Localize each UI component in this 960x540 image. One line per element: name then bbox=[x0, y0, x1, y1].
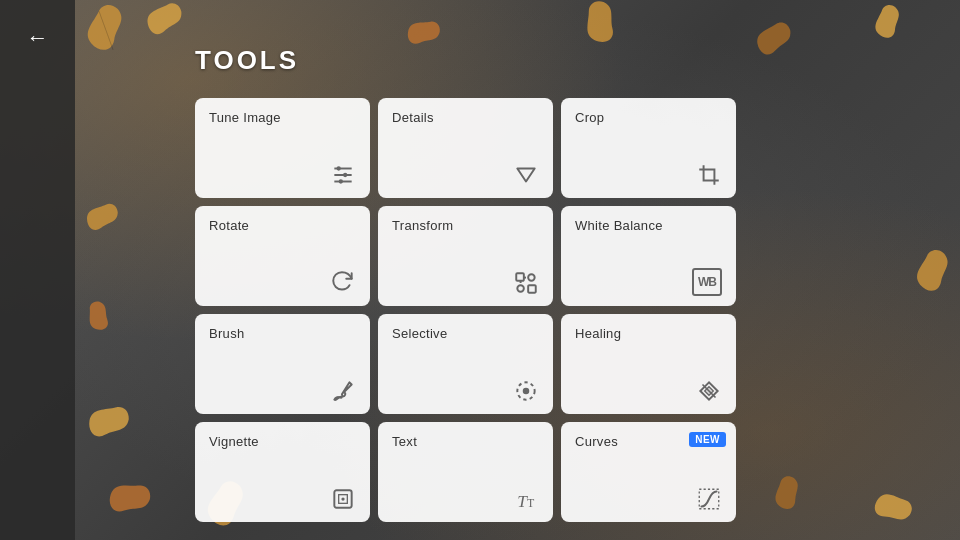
tool-name-details: Details bbox=[392, 110, 539, 125]
svg-point-20 bbox=[341, 497, 344, 500]
svg-point-4 bbox=[337, 166, 341, 170]
tool-name-crop: Crop bbox=[575, 110, 722, 125]
tool-name-tune-image: Tune Image bbox=[209, 110, 356, 125]
selective-icon bbox=[392, 368, 539, 404]
curves-icon bbox=[575, 476, 722, 512]
vignette-icon bbox=[209, 476, 356, 512]
tool-card-selective[interactable]: Selective bbox=[378, 314, 553, 414]
transform-icon bbox=[392, 260, 539, 296]
crop-icon bbox=[575, 152, 722, 188]
tool-card-curves[interactable]: Curves NEW bbox=[561, 422, 736, 522]
svg-rect-8 bbox=[516, 273, 524, 281]
tool-card-white-balance[interactable]: White Balance WB bbox=[561, 206, 736, 306]
tool-name-rotate: Rotate bbox=[209, 218, 356, 233]
tool-card-brush[interactable]: Brush bbox=[195, 314, 370, 414]
svg-point-5 bbox=[343, 173, 347, 177]
brush-icon bbox=[209, 368, 356, 404]
details-icon bbox=[392, 152, 539, 188]
rotate-icon bbox=[209, 260, 356, 296]
sidebar: ← bbox=[0, 0, 75, 540]
svg-text:T: T bbox=[527, 496, 535, 510]
tool-name-healing: Healing bbox=[575, 326, 722, 341]
page-title: TOOLS bbox=[195, 45, 930, 76]
tool-name-transform: Transform bbox=[392, 218, 539, 233]
tools-grid: Tune Image Details bbox=[195, 98, 930, 522]
main-content: TOOLS Tune Image Details bbox=[75, 0, 960, 540]
new-badge: NEW bbox=[689, 432, 726, 447]
svg-marker-7 bbox=[517, 169, 534, 182]
tool-card-text[interactable]: Text T T bbox=[378, 422, 553, 522]
white-balance-icon: WB bbox=[575, 260, 722, 296]
svg-point-6 bbox=[339, 179, 343, 183]
tool-card-crop[interactable]: Crop bbox=[561, 98, 736, 198]
svg-point-10 bbox=[517, 285, 524, 292]
tool-name-brush: Brush bbox=[209, 326, 356, 341]
healing-icon bbox=[575, 368, 722, 404]
tool-card-transform[interactable]: Transform bbox=[378, 206, 553, 306]
tool-card-healing[interactable]: Healing bbox=[561, 314, 736, 414]
tool-name-white-balance: White Balance bbox=[575, 218, 722, 233]
tool-card-rotate[interactable]: Rotate bbox=[195, 206, 370, 306]
back-button[interactable]: ← bbox=[18, 18, 58, 58]
tool-name-selective: Selective bbox=[392, 326, 539, 341]
tool-card-tune-image[interactable]: Tune Image bbox=[195, 98, 370, 198]
tool-card-details[interactable]: Details bbox=[378, 98, 553, 198]
svg-point-16 bbox=[523, 388, 530, 395]
tool-name-vignette: Vignette bbox=[209, 434, 356, 449]
tool-card-vignette[interactable]: Vignette bbox=[195, 422, 370, 522]
text-icon: T T bbox=[392, 476, 539, 512]
tune-image-icon bbox=[209, 152, 356, 188]
tool-name-text: Text bbox=[392, 434, 539, 449]
svg-point-9 bbox=[528, 274, 535, 281]
